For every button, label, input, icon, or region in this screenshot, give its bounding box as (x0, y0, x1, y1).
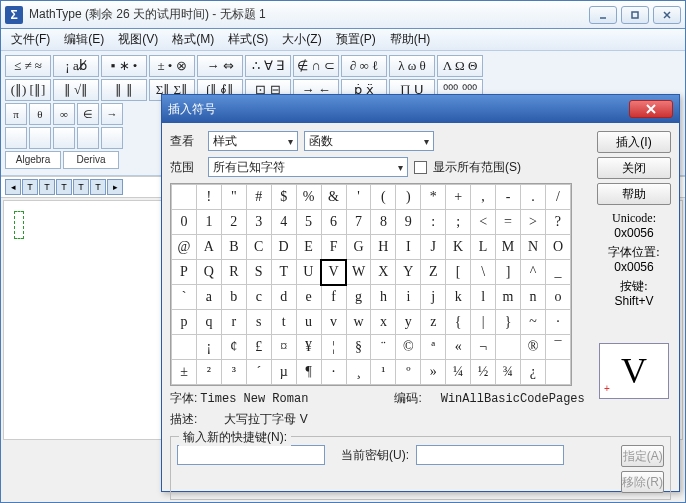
char-cell[interactable]: = (496, 210, 521, 235)
char-cell[interactable]: t (271, 310, 296, 335)
char-cell[interactable]: ` (172, 285, 197, 310)
char-cell[interactable]: ( (371, 185, 396, 210)
char-cell[interactable]: r (221, 310, 246, 335)
char-cell[interactable]: y (396, 310, 421, 335)
char-cell[interactable]: ¤ (271, 335, 296, 360)
toolbar-button[interactable]: ∥ √∥ (53, 79, 99, 101)
char-cell[interactable]: - (496, 185, 521, 210)
char-cell[interactable]: w (346, 310, 371, 335)
toolbar-button[interactable]: ≤ ≠ ≈ (5, 55, 51, 77)
toolbar-button[interactable]: θ (29, 103, 51, 125)
char-cell[interactable]: ' (346, 185, 371, 210)
ruler-button[interactable]: T (90, 179, 106, 195)
char-cell[interactable]: ± (172, 360, 197, 385)
char-cell[interactable]: I (396, 235, 421, 260)
char-cell[interactable]: s (246, 310, 271, 335)
char-cell[interactable]: ¦ (321, 335, 346, 360)
toolbar-button[interactable]: ∥ ∥ (101, 79, 147, 101)
char-cell[interactable]: ® (520, 335, 545, 360)
char-cell[interactable]: 3 (246, 210, 271, 235)
char-cell[interactable]: T (271, 260, 296, 285)
toolbar-button[interactable] (5, 127, 27, 149)
char-cell[interactable]: ¡ (196, 335, 221, 360)
char-cell[interactable]: u (296, 310, 321, 335)
toolbar-button[interactable] (101, 127, 123, 149)
char-cell[interactable]: K (446, 235, 471, 260)
char-cell[interactable]: 5 (296, 210, 321, 235)
char-cell[interactable]: S (246, 260, 271, 285)
char-cell[interactable]: a (196, 285, 221, 310)
char-cell[interactable]: h (371, 285, 396, 310)
char-cell[interactable]: ^ (520, 260, 545, 285)
menu-help[interactable]: 帮助(H) (384, 29, 437, 50)
char-cell[interactable]: N (520, 235, 545, 260)
char-cell[interactable]: * (421, 185, 446, 210)
char-cell[interactable]: @ (172, 235, 197, 260)
char-cell[interactable]: " (221, 185, 246, 210)
char-cell[interactable]: ¸ (346, 360, 371, 385)
menu-format[interactable]: 格式(M) (166, 29, 220, 50)
char-cell[interactable]: ¨ (371, 335, 396, 360)
toolbar-button[interactable]: ▪ ∗ • (101, 55, 147, 77)
toolbar-button[interactable]: ± • ⊗ (149, 55, 195, 77)
toolbar-button[interactable]: → ⇔ (197, 55, 243, 77)
char-cell[interactable]: ~ (520, 310, 545, 335)
char-cell[interactable]: / (545, 185, 570, 210)
char-cell[interactable]: B (221, 235, 246, 260)
char-cell[interactable]: ¿ (520, 360, 545, 385)
char-cell[interactable]: 4 (271, 210, 296, 235)
char-cell[interactable]: + (446, 185, 471, 210)
char-cell[interactable]: » (421, 360, 446, 385)
toolbar-button[interactable]: ∉ ∩ ⊂ (293, 55, 339, 77)
char-cell[interactable] (172, 185, 197, 210)
char-cell[interactable]: p (172, 310, 197, 335)
char-cell[interactable]: 6 (321, 210, 346, 235)
char-cell[interactable]: > (520, 210, 545, 235)
close-button[interactable] (653, 6, 681, 24)
char-cell[interactable]: # (246, 185, 271, 210)
show-all-checkbox[interactable] (414, 161, 427, 174)
char-cell[interactable]: ½ (471, 360, 496, 385)
char-cell[interactable]: £ (246, 335, 271, 360)
ruler-button[interactable]: T (73, 179, 89, 195)
char-cell[interactable]: ¢ (221, 335, 246, 360)
char-cell[interactable]: ­ (496, 335, 521, 360)
char-cell[interactable]: x (371, 310, 396, 335)
char-cell[interactable]: º (396, 360, 421, 385)
toolbar-button[interactable]: ¡ ab̸ (53, 55, 99, 77)
char-cell[interactable]: < (471, 210, 496, 235)
menu-style[interactable]: 样式(S) (222, 29, 274, 50)
char-cell[interactable]: $ (271, 185, 296, 210)
char-cell[interactable]: F (321, 235, 346, 260)
char-cell[interactable]: « (446, 335, 471, 360)
char-cell[interactable]: } (496, 310, 521, 335)
char-cell[interactable]: 2 (221, 210, 246, 235)
ruler-button[interactable]: ◂ (5, 179, 21, 195)
toolbar-button[interactable]: π (5, 103, 27, 125)
char-cell[interactable]: ¬ (471, 335, 496, 360)
toolbar-button[interactable]: ∞ (53, 103, 75, 125)
char-cell[interactable]: © (396, 335, 421, 360)
toolbar-button[interactable]: ∴ ∀ ∃ (245, 55, 291, 77)
ruler-button[interactable]: T (56, 179, 72, 195)
char-cell[interactable]: ¥ (296, 335, 321, 360)
menu-size[interactable]: 大小(Z) (276, 29, 327, 50)
char-cell[interactable]: l (471, 285, 496, 310)
char-cell[interactable]: \ (471, 260, 496, 285)
ruler-button[interactable]: T (22, 179, 38, 195)
char-cell[interactable]: H (371, 235, 396, 260)
toolbar-button[interactable]: ∂ ∞ ℓ (341, 55, 387, 77)
char-cell[interactable]: E (296, 235, 321, 260)
char-cell[interactable]: j (421, 285, 446, 310)
char-cell[interactable]: · (321, 360, 346, 385)
char-cell[interactable]: ¾ (496, 360, 521, 385)
char-cell[interactable]: P (172, 260, 197, 285)
char-cell[interactable]: & (321, 185, 346, 210)
char-cell[interactable]: 7 (346, 210, 371, 235)
char-cell[interactable]: | (471, 310, 496, 335)
menu-preset[interactable]: 预置(P) (330, 29, 382, 50)
char-cell[interactable]: e (296, 285, 321, 310)
char-cell[interactable]: O (545, 235, 570, 260)
char-cell[interactable]: A (196, 235, 221, 260)
toolbar-button[interactable] (29, 127, 51, 149)
